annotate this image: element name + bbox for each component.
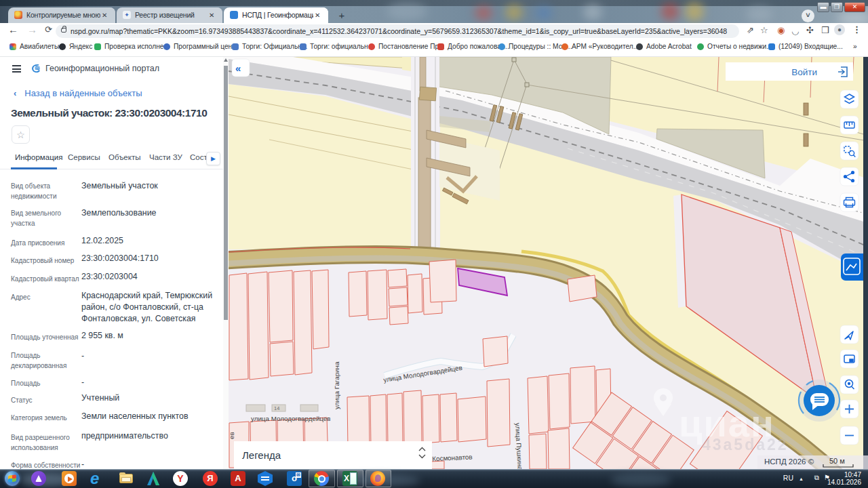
svg-text:улица Гагарина: улица Гагарина bbox=[333, 361, 340, 409]
svg-text:14: 14 bbox=[274, 405, 279, 411]
svg-text:Войти: Войти bbox=[791, 67, 817, 77]
svg-text:«: « bbox=[235, 62, 241, 74]
svg-text:НСПД 2026 ©: НСПД 2026 © bbox=[764, 458, 814, 466]
svg-text:ев: ев bbox=[229, 432, 235, 439]
svg-text:улица Молодогвардейцев: улица Молодогвардейцев bbox=[251, 415, 331, 422]
svg-text:43а5dа22: 43а5dа22 bbox=[702, 436, 789, 453]
svg-text:Легенда: Легенда bbox=[242, 449, 281, 461]
svg-text:50 м: 50 м bbox=[829, 457, 845, 465]
